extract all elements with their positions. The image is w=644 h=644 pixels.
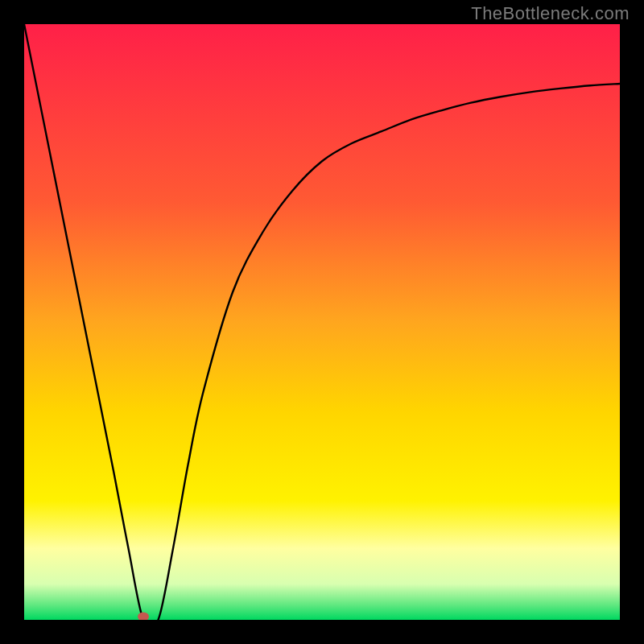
source-watermark: TheBottleneck.com (471, 3, 630, 24)
gradient-plot (24, 24, 620, 620)
gradient-background (24, 24, 620, 620)
chart-frame: TheBottleneck.com (0, 0, 644, 644)
plot-area (24, 24, 620, 620)
